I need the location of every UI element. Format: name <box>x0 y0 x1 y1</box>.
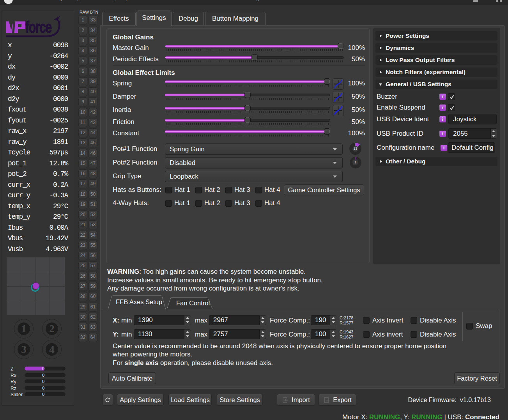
svg-text:force: force <box>25 18 52 36</box>
